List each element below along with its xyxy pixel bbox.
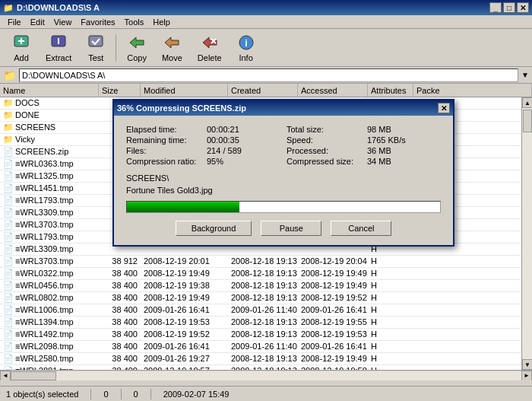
files-value: 214 / 589 xyxy=(207,146,242,155)
dialog-title-bar: 36% Compressing SCREENS.zip ✕ xyxy=(114,100,453,116)
files-label: Files: xyxy=(126,146,202,155)
speed-value: 1765 KB/s xyxy=(367,135,406,145)
compress-dialog: 36% Compressing SCREENS.zip ✕ Elapsed ti… xyxy=(112,99,454,247)
compression-row: Compression ratio: 95% xyxy=(126,157,280,166)
speed-label: Speed: xyxy=(287,135,363,145)
background-button[interactable]: Background xyxy=(176,221,252,236)
modal-overlay: 36% Compressing SCREENS.zip ✕ Elapsed ti… xyxy=(0,0,532,401)
files-row: Files: 214 / 589 xyxy=(126,146,280,155)
compressed-row: Compressed size: 34 MB xyxy=(287,157,441,166)
elapsed-row: Elapsed time: 00:00:21 xyxy=(126,125,280,134)
elapsed-label: Elapsed time: xyxy=(126,125,202,134)
processed-value: 36 MB xyxy=(367,146,391,155)
stats-right: Total size: 98 MB Speed: 1765 KB/s Proce… xyxy=(287,125,441,167)
compression-label: Compression ratio: xyxy=(126,157,202,166)
compressed-label: Compressed size: xyxy=(287,157,363,166)
total-size-label: Total size: xyxy=(287,125,363,134)
speed-row: Speed: 1765 KB/s xyxy=(287,135,441,145)
elapsed-value: 00:00:21 xyxy=(207,125,239,134)
current-dir: SCREENS\ xyxy=(126,173,441,183)
processed-label: Processed: xyxy=(287,146,363,155)
current-dir-label: SCREENS\ xyxy=(126,173,169,183)
total-size-value: 98 MB xyxy=(367,125,391,134)
remaining-value: 00:00:35 xyxy=(207,135,239,145)
current-filename: Fortune Tiles Gold3.jpg xyxy=(126,186,441,195)
pause-button[interactable]: Pause xyxy=(261,221,321,236)
compressed-value: 34 MB xyxy=(367,157,391,166)
dialog-buttons: Background Pause Cancel xyxy=(126,221,441,236)
dialog-body: Elapsed time: 00:00:21 Remaining time: 0… xyxy=(114,116,453,245)
processed-row: Processed: 36 MB xyxy=(287,146,441,155)
progress-bar-fill xyxy=(127,202,239,212)
cancel-button[interactable]: Cancel xyxy=(331,221,391,236)
dialog-title: 36% Compressing SCREENS.zip xyxy=(117,103,246,113)
compression-value: 95% xyxy=(207,157,223,166)
total-size-row: Total size: 98 MB xyxy=(287,125,441,134)
dialog-stats: Elapsed time: 00:00:21 Remaining time: 0… xyxy=(126,125,441,167)
remaining-row: Remaining time: 00:00:35 xyxy=(126,135,280,145)
dialog-close-button[interactable]: ✕ xyxy=(438,103,450,113)
progress-bar-container xyxy=(126,201,441,213)
stats-left: Elapsed time: 00:00:21 Remaining time: 0… xyxy=(126,125,280,167)
remaining-label: Remaining time: xyxy=(126,135,202,145)
